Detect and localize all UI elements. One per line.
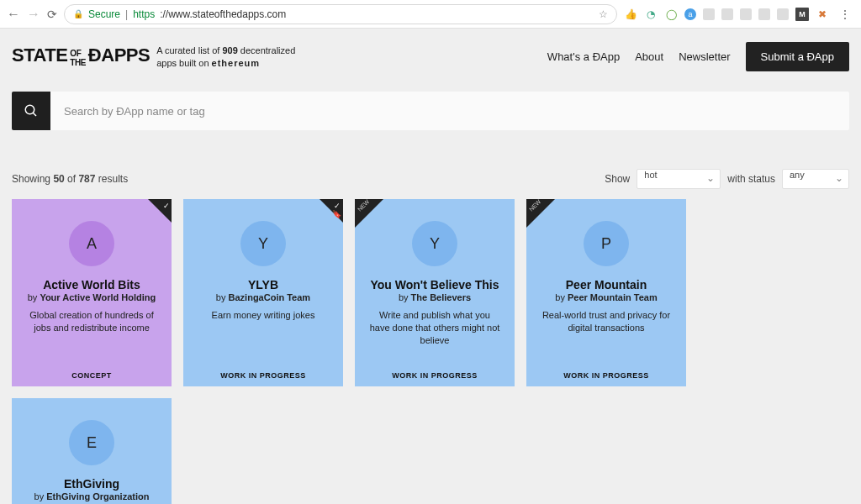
badge-icon: ✓ <box>148 199 172 223</box>
secure-label: Secure <box>88 8 120 20</box>
lock-icon: 🔒 <box>73 9 83 18</box>
card-avatar: E <box>69 420 114 465</box>
sort-select[interactable]: hot <box>637 169 721 189</box>
card-author: by The Believers <box>399 292 471 302</box>
svg-line-1 <box>33 113 36 116</box>
new-badge: NEW <box>355 199 383 228</box>
badge-icon: ✓🔖 <box>320 199 343 223</box>
results-bar: Showing 50 of 787 results Show hot with … <box>12 169 849 189</box>
nav-menu: What's a ÐApp About Newsletter Submit a … <box>547 42 849 71</box>
dapp-card[interactable]: ✓AActive World Bitsby Your Active World … <box>12 199 172 386</box>
ext-icon[interactable]: M <box>795 8 809 21</box>
dapp-card[interactable]: EEthGivingby EthGiving OrganizationA cha… <box>12 398 172 504</box>
address-bar[interactable]: 🔒 Secure | https://www.stateofthedapps.c… <box>64 4 617 24</box>
url-text: ://www.stateofthedapps.com <box>160 8 286 20</box>
card-grid: ✓AActive World Bitsby Your Active World … <box>12 199 849 504</box>
card-description: Write and publish what you have done tha… <box>365 309 504 347</box>
ext-icon[interactable] <box>740 8 752 20</box>
new-badge: NEW <box>526 199 555 228</box>
ext-icon[interactable]: ✖ <box>816 8 829 21</box>
logo-text: STATE <box>12 45 67 66</box>
ext-icon[interactable] <box>758 8 770 20</box>
browser-chrome: ← → ⟳ 🔒 Secure | https://www.stateofthed… <box>0 0 861 29</box>
chrome-menu-icon[interactable]: ⋮ <box>836 8 854 21</box>
dapp-card[interactable]: NEWPPeer Mountainby Peer Mountain TeamRe… <box>526 199 686 386</box>
results-count: Showing 50 of 787 results <box>12 173 128 185</box>
card-title: EthGiving <box>64 477 119 491</box>
search-icon[interactable] <box>12 92 50 130</box>
card-avatar: A <box>69 221 114 266</box>
card-author: by EthGiving Organization <box>34 491 150 501</box>
status-label: with status <box>727 173 775 185</box>
card-status: CONCEPT <box>71 371 112 380</box>
ext-icon[interactable]: ◔ <box>644 8 658 21</box>
card-avatar: Y <box>412 221 457 266</box>
show-label: Show <box>605 173 630 185</box>
svg-point-0 <box>25 105 34 114</box>
card-status: WORK IN PROGRESS <box>563 371 649 380</box>
card-title: Peer Mountain <box>566 278 647 291</box>
card-title: You Won't Believe This <box>371 278 499 291</box>
star-icon[interactable]: ☆ <box>599 8 608 20</box>
ext-icon[interactable] <box>703 8 715 20</box>
ext-icon[interactable]: ◯ <box>664 8 678 21</box>
ext-icon[interactable] <box>721 8 733 20</box>
logo[interactable]: STATEOFTHEÐAPPS <box>12 47 150 67</box>
search-input[interactable] <box>50 92 849 130</box>
ext-icon[interactable]: 👍 <box>624 8 637 21</box>
search-bar <box>12 92 849 130</box>
logo-dapps: ÐAPPS <box>88 45 150 66</box>
back-button[interactable]: ← <box>7 7 20 22</box>
submit-dapp-button[interactable]: Submit a ÐApp <box>746 42 849 71</box>
url-protocol: https <box>133 8 155 20</box>
card-title: Active World Bits <box>43 278 140 291</box>
logo-the: THE <box>70 58 86 67</box>
card-author: by BazingaCoin Team <box>216 292 310 302</box>
forward-button[interactable]: → <box>27 7 40 22</box>
ext-icon[interactable] <box>777 8 789 20</box>
extensions-tray: 👍 ◔ ◯ a M ✖ <box>624 8 829 21</box>
card-author: by Peer Mountain Team <box>555 292 657 302</box>
tagline: A curated list of 909 decentralized apps… <box>156 45 316 70</box>
nav-newsletter[interactable]: Newsletter <box>679 50 730 63</box>
dapp-card[interactable]: NEWYYou Won't Believe Thisby The Believe… <box>355 199 515 386</box>
card-title: YLYB <box>248 278 278 291</box>
site-header: STATEOFTHEÐAPPS A curated list of 909 de… <box>0 29 861 92</box>
card-description: Real-world trust and privacy for digital… <box>536 309 676 334</box>
card-description: Earn money writing jokes <box>209 309 319 322</box>
card-status: WORK IN PROGRESS <box>220 371 306 380</box>
nav-about[interactable]: About <box>635 50 663 63</box>
logo-of: OF <box>70 49 81 58</box>
card-avatar: P <box>584 221 629 266</box>
card-author: by Your Active World Holding <box>28 292 156 302</box>
status-select[interactable]: any <box>782 169 849 189</box>
card-status: WORK IN PROGRESS <box>392 371 478 380</box>
nav-what[interactable]: What's a ÐApp <box>547 50 620 63</box>
reload-button[interactable]: ⟳ <box>47 8 57 21</box>
card-avatar: Y <box>240 221 286 266</box>
card-description: Global creation of hundreds of jobs and … <box>22 309 161 334</box>
ext-icon[interactable]: a <box>684 8 696 20</box>
brand: STATEOFTHEÐAPPS A curated list of 909 de… <box>12 45 316 70</box>
dapp-card[interactable]: ✓🔖YYLYBby BazingaCoin TeamEarn money wri… <box>183 199 343 386</box>
filters: Show hot with status any <box>605 169 849 189</box>
